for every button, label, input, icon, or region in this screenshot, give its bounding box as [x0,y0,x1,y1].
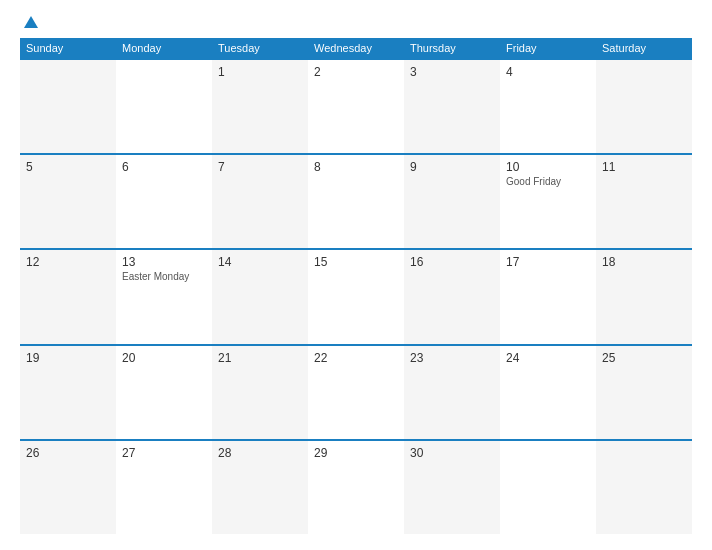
day-cell: 19 [20,346,116,439]
day-cell: 24 [500,346,596,439]
week-row-4: 19202122232425 [20,344,692,439]
day-number: 19 [26,351,110,365]
day-number: 28 [218,446,302,460]
logo-triangle-icon [24,16,38,28]
day-number: 13 [122,255,206,269]
day-cell: 13Easter Monday [116,250,212,343]
day-number: 18 [602,255,686,269]
week-row-5: 2627282930 [20,439,692,534]
day-number: 15 [314,255,398,269]
day-cell: 27 [116,441,212,534]
day-number: 30 [410,446,494,460]
day-number: 27 [122,446,206,460]
day-cell [20,60,116,153]
day-number: 4 [506,65,590,79]
day-number: 16 [410,255,494,269]
day-header-saturday: Saturday [596,38,692,58]
week-row-2: 5678910Good Friday11 [20,153,692,248]
day-cell: 29 [308,441,404,534]
day-number: 29 [314,446,398,460]
day-cell [500,441,596,534]
day-cell: 2 [308,60,404,153]
day-cell [596,60,692,153]
day-cell: 30 [404,441,500,534]
day-header-friday: Friday [500,38,596,58]
day-cell: 11 [596,155,692,248]
day-header-thursday: Thursday [404,38,500,58]
day-cell: 3 [404,60,500,153]
day-cell: 6 [116,155,212,248]
day-cell: 7 [212,155,308,248]
day-cell: 28 [212,441,308,534]
day-headers-row: Sunday Monday Tuesday Wednesday Thursday… [20,38,692,58]
day-header-sunday: Sunday [20,38,116,58]
day-cell: 23 [404,346,500,439]
day-number: 3 [410,65,494,79]
day-cell: 8 [308,155,404,248]
day-number: 10 [506,160,590,174]
day-header-monday: Monday [116,38,212,58]
day-number: 20 [122,351,206,365]
day-cell [596,441,692,534]
day-number: 25 [602,351,686,365]
day-cell: 14 [212,250,308,343]
day-header-wednesday: Wednesday [308,38,404,58]
header [20,16,692,28]
day-number: 8 [314,160,398,174]
day-number: 5 [26,160,110,174]
day-number: 14 [218,255,302,269]
day-number: 21 [218,351,302,365]
day-cell: 1 [212,60,308,153]
calendar-grid: Sunday Monday Tuesday Wednesday Thursday… [20,38,692,534]
day-number: 24 [506,351,590,365]
day-number: 22 [314,351,398,365]
holiday-label: Easter Monday [122,271,206,282]
day-cell: 20 [116,346,212,439]
day-cell: 17 [500,250,596,343]
day-cell: 9 [404,155,500,248]
day-cell: 12 [20,250,116,343]
day-cell: 26 [20,441,116,534]
day-number: 17 [506,255,590,269]
holiday-label: Good Friday [506,176,590,187]
day-number: 11 [602,160,686,174]
weeks-container: 12345678910Good Friday111213Easter Monda… [20,58,692,534]
day-number: 23 [410,351,494,365]
day-number: 12 [26,255,110,269]
day-number: 9 [410,160,494,174]
day-cell: 5 [20,155,116,248]
day-cell: 25 [596,346,692,439]
day-cell: 16 [404,250,500,343]
calendar-page: Sunday Monday Tuesday Wednesday Thursday… [0,0,712,550]
week-row-3: 1213Easter Monday1415161718 [20,248,692,343]
day-cell: 10Good Friday [500,155,596,248]
day-cell: 4 [500,60,596,153]
day-number: 2 [314,65,398,79]
day-number: 7 [218,160,302,174]
day-cell: 21 [212,346,308,439]
day-number: 1 [218,65,302,79]
day-header-tuesday: Tuesday [212,38,308,58]
day-number: 6 [122,160,206,174]
logo [20,16,42,28]
day-cell: 18 [596,250,692,343]
week-row-1: 1234 [20,58,692,153]
day-cell: 15 [308,250,404,343]
day-number: 26 [26,446,110,460]
day-cell [116,60,212,153]
day-cell: 22 [308,346,404,439]
